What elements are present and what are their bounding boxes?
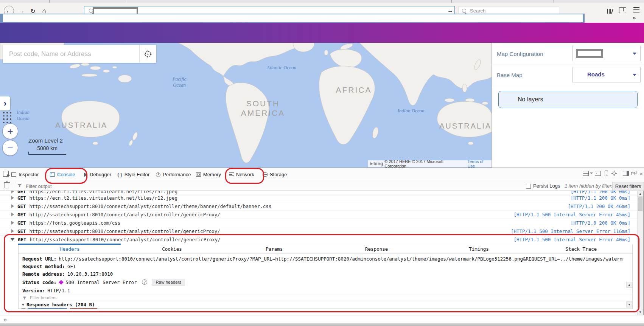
response-headers-row[interactable]: Response headers (204 B): [19, 301, 632, 309]
map-label-atlantic-ocean: Atlantic Ocean: [266, 65, 297, 71]
scrollbar-up-arrow[interactable]: ▲: [637, 191, 643, 197]
detail-scrollbar-up-arrow[interactable]: ▲: [626, 282, 632, 288]
map-configuration-dropdown[interactable]: [572, 46, 641, 61]
no-layers-pill[interactable]: No layers: [498, 91, 638, 108]
network-log-row[interactable]: GET https://fonts.googleapis.com/css [HT…: [0, 219, 637, 227]
persist-logs-checkbox[interactable]: [526, 184, 531, 189]
tab-style-editor[interactable]: { } Style Editor: [117, 168, 149, 181]
scrollbar-thumb[interactable]: [638, 197, 642, 211]
tab-network[interactable]: Network: [229, 168, 254, 181]
network-log-row[interactable]: GET http://ssatechsupport:8010/connect/a…: [0, 210, 637, 219]
network-log-row[interactable]: GET http://ssatechsupport:8010/connect/a…: [0, 227, 637, 236]
console-panel-icon[interactable]: [595, 171, 601, 176]
filter-headers-input[interactable]: [29, 295, 632, 300]
tab-separator: [451, 0, 452, 3]
network-log-row[interactable]: GET https://ecn.t2.tiles.virtualearth.ne…: [0, 194, 637, 202]
performance-icon: [156, 172, 160, 177]
tab-timings[interactable]: Timings: [428, 245, 530, 253]
network-log-row-expanded[interactable]: GET http://ssatechsupport:8010/connect/a…: [0, 235, 637, 244]
tab-storage[interactable]: Storage: [263, 168, 287, 181]
request-method-value: GET: [67, 264, 76, 269]
sidebar-icon[interactable]: [619, 7, 626, 13]
http-status[interactable]: [HTTP/2.0 200 OK 0ms]: [571, 220, 630, 226]
tab-separator: [49, 0, 50, 3]
overflow-chevron[interactable]: »: [633, 14, 636, 21]
tab-debugger[interactable]: Debugger: [84, 168, 111, 181]
tab-response[interactable]: Response: [325, 245, 428, 253]
detail-scrollbar-down-arrow[interactable]: ▼: [626, 301, 632, 307]
tab-memory[interactable]: Memory: [196, 168, 221, 181]
map-label-australia-east: AUSTRALIA: [429, 121, 492, 130]
chevron-down-icon[interactable]: [590, 172, 593, 174]
collapse-arrow-icon[interactable]: [11, 238, 14, 241]
separate-window-icon[interactable]: [631, 171, 637, 176]
filter-headers-row[interactable]: [19, 294, 632, 301]
zoom-in-button[interactable]: +: [2, 123, 18, 139]
base-map-dropdown[interactable]: Roads: [572, 67, 641, 82]
expand-arrow-icon[interactable]: [11, 191, 14, 193]
request-url[interactable]: http://ssatechsupport:8010/connect/analy…: [30, 212, 514, 217]
pick-element-icon[interactable]: [3, 171, 9, 177]
expand-arrow-icon[interactable]: [11, 221, 14, 225]
persist-logs-label[interactable]: Persist Logs: [533, 183, 560, 189]
hidden-by-filters-note: 1 item hidden by filters: [565, 183, 614, 189]
expand-arrow-icon[interactable]: [11, 213, 14, 216]
map-label-africa: AFRICA: [333, 85, 375, 95]
zoom-out-button[interactable]: −: [2, 140, 18, 156]
map-canvas[interactable]: Pacific Ocean Atlantic Ocean Indian Ocea…: [0, 43, 492, 168]
library-icon[interactable]: [607, 7, 615, 14]
filter-output-input[interactable]: [25, 182, 178, 190]
drag-handle-dots[interactable]: [3, 112, 11, 123]
browser-toolbar: ← → ↻ ⌂ →: [0, 3, 644, 14]
request-url[interactable]: http://ssatechsupport:8010/connect/analy…: [30, 228, 511, 234]
split-console-icon[interactable]: [583, 171, 589, 176]
divider: [13, 182, 13, 189]
collapse-arrow-icon[interactable]: [22, 304, 25, 306]
expand-arrow-icon[interactable]: [11, 229, 14, 233]
terms-of-use-link[interactable]: Terms of Use: [468, 159, 492, 168]
http-status[interactable]: [HTTP/1.1 500 Internal Server Error 40ms…: [513, 237, 630, 242]
reset-filters-button[interactable]: Reset filters: [612, 182, 644, 190]
request-url[interactable]: https://ecn.t2.tiles.virtualearth.net/ti…: [30, 195, 571, 201]
chevron-down-icon: [633, 74, 636, 76]
responsive-mode-icon[interactable]: [605, 171, 608, 176]
network-icon: [229, 172, 234, 177]
base-map-label: Base Map: [497, 72, 523, 78]
gear-icon[interactable]: [611, 171, 618, 177]
expand-arrow-icon[interactable]: [11, 204, 14, 208]
clear-console-icon[interactable]: [5, 183, 9, 188]
http-method: GET: [17, 228, 26, 234]
browser-tab-strip[interactable]: [0, 0, 644, 3]
help-icon[interactable]: ?: [142, 279, 147, 285]
expand-arrow-icon[interactable]: [11, 196, 14, 200]
close-icon[interactable]: ×: [639, 171, 644, 177]
tab-stack-trace[interactable]: Stack Trace: [530, 245, 632, 253]
request-url[interactable]: http://ssatechsupport:8010/connect/analy…: [30, 203, 568, 209]
request-url[interactable]: http://ssatechsupport:8010/connect/analy…: [30, 237, 514, 242]
expand-panel-chevron[interactable]: ›: [0, 96, 10, 110]
http-status[interactable]: [HTTP/1.1 500 Internal Server Error 45ms…: [513, 212, 630, 217]
dock-side-icon[interactable]: [623, 171, 629, 176]
tab-console[interactable]: Console: [50, 168, 75, 181]
locate-button[interactable]: [140, 45, 156, 63]
network-log-row[interactable]: GET http://ssatechsupport:8010/connect/a…: [0, 202, 637, 211]
tab-cookies[interactable]: Cookies: [121, 245, 223, 253]
tab-label: Style Editor: [124, 172, 149, 177]
http-status[interactable]: [HTTP/1.1 200 OK 46ms]: [568, 203, 630, 209]
http-status[interactable]: [HTTP/1.1 200 OK 0ms]: [571, 195, 630, 201]
browser-search-input[interactable]: [469, 8, 559, 14]
console-input-row[interactable]: [0, 315, 644, 323]
tab-headers[interactable]: Headers: [19, 245, 121, 253]
scrollbar-down-arrow[interactable]: ▼: [637, 309, 643, 315]
map-search-box[interactable]: [3, 45, 156, 63]
raw-headers-button[interactable]: Raw headers: [152, 279, 185, 286]
inspector-icon: [11, 172, 16, 177]
hamburger-menu-icon[interactable]: [633, 7, 639, 12]
map-search-input[interactable]: [3, 50, 139, 58]
request-url[interactable]: https://fonts.googleapis.com/css: [30, 220, 571, 226]
tab-inspector[interactable]: Inspector: [11, 168, 39, 181]
http-status[interactable]: [HTTP/1.1 500 Internal Server Error 116m…: [511, 228, 630, 234]
tab-performance[interactable]: Performance: [156, 168, 191, 181]
app-header: +: [0, 23, 644, 43]
tab-params[interactable]: Params: [223, 245, 325, 253]
